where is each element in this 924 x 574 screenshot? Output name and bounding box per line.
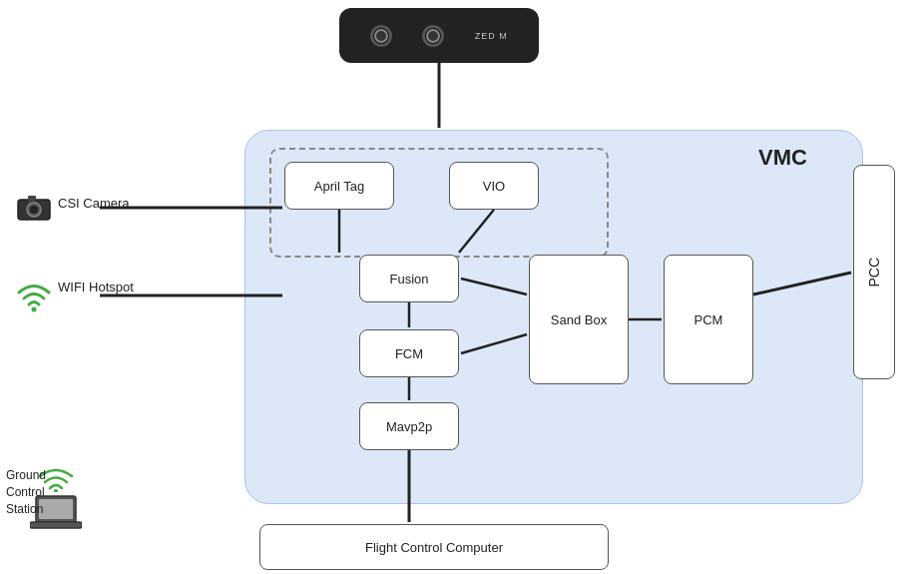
sandbox-block: Sand Box [529, 255, 629, 384]
camera-lens-left [370, 25, 392, 47]
pcc-label: PCC [866, 258, 882, 287]
svg-point-5 [54, 489, 58, 492]
april-tag-block: April Tag [284, 162, 394, 210]
svg-point-2 [30, 206, 38, 214]
svg-point-4 [32, 307, 37, 312]
vio-block: VIO [449, 162, 539, 210]
fcm-block: FCM [359, 329, 459, 377]
wifi-hotspot-label: WIFI Hotspot [58, 280, 134, 294]
fcc-block: Flight Control Computer [259, 524, 609, 570]
fusion-block: Fusion [359, 255, 459, 302]
csi-camera-label: CSI Camera [58, 196, 130, 211]
gcs-label: GroundControlStation [6, 467, 46, 517]
zed-camera-label: ZED M [475, 31, 508, 41]
svg-rect-8 [30, 522, 82, 528]
vmc-label: VMC [758, 145, 807, 171]
svg-rect-3 [28, 196, 36, 202]
architecture-diagram: ZED M VMC April Tag VIO Fusion FCM Mavp2… [0, 0, 924, 574]
pcc-box: PCC [853, 165, 895, 379]
camera-lens-right [422, 25, 444, 47]
mavp2p-block: Mavp2p [359, 402, 459, 450]
wifi-hotspot-icon [14, 278, 54, 313]
zed-camera: ZED M [339, 8, 539, 63]
pcm-block: PCM [664, 255, 753, 384]
csi-camera-icon [14, 192, 54, 224]
